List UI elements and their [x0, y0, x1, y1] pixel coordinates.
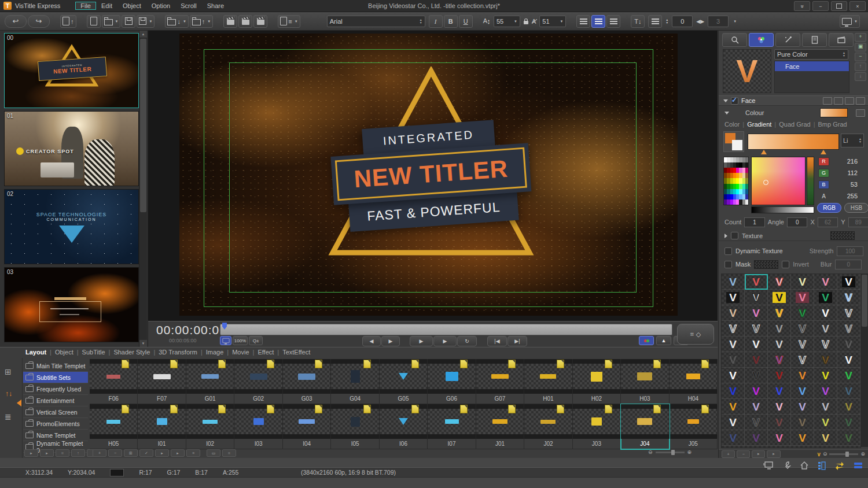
template-monitor-button[interactable]: ▭	[207, 449, 220, 457]
style-swatch-33[interactable]: V	[791, 352, 814, 368]
palette-swatch[interactable]	[745, 168, 748, 173]
style-swatch-52[interactable]: V	[814, 399, 837, 415]
zoom-in-icon[interactable]: ⊕	[860, 451, 865, 457]
template-i03[interactable]: I03	[234, 404, 282, 449]
style-swatch-12[interactable]: V	[722, 305, 745, 321]
panel-tab-subtitle[interactable]: SubTitle	[82, 349, 105, 356]
brightness-slider[interactable]	[807, 157, 814, 205]
style-swatch-54[interactable]: V	[722, 415, 745, 430]
style-swatch-11[interactable]: V	[837, 290, 860, 305]
texture-checkbox[interactable]	[731, 232, 738, 239]
second-size-select[interactable]: 51 ▼	[539, 16, 566, 27]
home-icon[interactable]	[800, 461, 809, 470]
tracking-input[interactable]: 0	[672, 16, 693, 27]
style-swatch-55[interactable]: V	[745, 415, 768, 430]
layer-type-select[interactable]: Pure Color ▲▼	[774, 49, 848, 60]
style-swatch-34[interactable]: V	[814, 352, 837, 368]
lock-icon[interactable]	[524, 21, 528, 24]
strike-size-icon[interactable]: A	[532, 18, 536, 25]
gradient-tab-gradient[interactable]: Gradient	[747, 121, 771, 128]
style-swatch-30[interactable]: V	[722, 352, 745, 368]
style-swatch-1[interactable]: V	[745, 274, 768, 290]
package-import-button[interactable]: ↓▼	[165, 15, 188, 28]
palette-swatch[interactable]	[745, 178, 748, 183]
seek-bar[interactable]	[220, 324, 672, 335]
line-spacing-icon[interactable]: ▲▼	[665, 19, 668, 24]
vertical-text-button[interactable]: T↓	[631, 15, 645, 28]
strength-input[interactable]: 100	[837, 246, 863, 256]
expand-arrow-icon[interactable]	[724, 234, 727, 238]
template-g05[interactable]: G05	[380, 359, 428, 404]
reset-style-icon[interactable]	[845, 97, 854, 105]
scrollbar-thumb[interactable]	[862, 275, 867, 327]
template-add-button[interactable]: +	[93, 449, 106, 457]
style-swatch-18[interactable]: V	[722, 321, 745, 337]
tab-search[interactable]	[722, 33, 747, 47]
underline-button[interactable]: U	[459, 15, 473, 28]
template-h01[interactable]: H01	[524, 359, 572, 404]
category-frequently-used[interactable]: Frequently Used	[23, 383, 88, 395]
style-swatch-57[interactable]: V	[791, 415, 814, 430]
title-emblem[interactable]: INTEGRATED NEW TITLER FAST & POWERFUL	[315, 56, 547, 299]
copy-style-icon[interactable]	[823, 97, 832, 105]
palette-swatch[interactable]	[745, 184, 748, 189]
gradient-type-select[interactable]: Li ▲▼	[841, 134, 864, 147]
y-input[interactable]: 89	[848, 217, 868, 227]
gradient-tab-quad-grad[interactable]: Quad Grad	[779, 121, 810, 128]
panel-tab-3d-transform[interactable]: 3D Transform	[159, 349, 197, 356]
capture-keyframe-button[interactable]: ⌗◇	[677, 324, 714, 345]
channel-value-b[interactable]: 53	[851, 181, 865, 188]
style-swatch-50[interactable]: V	[768, 399, 791, 415]
template-i01[interactable]: I01	[138, 404, 186, 449]
x-input[interactable]: 62	[818, 217, 838, 227]
panel-tab-object[interactable]: Object	[55, 349, 73, 356]
restore-button[interactable]	[831, 1, 847, 11]
next-frame-button[interactable]: ▶	[381, 336, 400, 346]
style-swatch-32[interactable]: V	[768, 352, 791, 368]
style-swatch-60[interactable]: V	[722, 430, 745, 446]
style-swatch-37[interactable]: V	[745, 368, 768, 383]
template-j01[interactable]: J01	[476, 404, 524, 449]
alpha-view-button[interactable]: ▲	[656, 336, 671, 345]
style-swatch-41[interactable]: V	[837, 368, 860, 383]
loop-button[interactable]: ↻	[457, 336, 477, 346]
style-swatch-20[interactable]: V	[768, 321, 791, 337]
style-swatch-24[interactable]: V	[722, 337, 745, 352]
gradient-stop[interactable]	[821, 150, 826, 154]
mask-checkbox[interactable]	[724, 261, 732, 268]
category-vertical-screen[interactable]: Vertical Screen	[23, 406, 88, 418]
tab-effects[interactable]	[775, 33, 800, 47]
category-action-button[interactable]: ▸	[40, 449, 54, 457]
style-swatch-59[interactable]: V	[837, 415, 860, 430]
palette-swatch[interactable]	[745, 194, 748, 199]
collapse-list-arrow[interactable]	[17, 400, 21, 406]
style-swatch-62[interactable]: V	[768, 430, 791, 446]
style-swatch-5[interactable]: V	[837, 274, 860, 290]
style-swatch-25[interactable]: V	[745, 337, 768, 352]
go-to-start-button[interactable]: |◀	[487, 336, 507, 346]
line-layout-button[interactable]	[648, 15, 662, 28]
style-swatch-27[interactable]: V	[791, 337, 814, 352]
gradient-ramp[interactable]	[748, 134, 839, 150]
scene-thumbnail-01[interactable]: 01 CREATOR SPOT	[4, 111, 139, 186]
monitor-output-button[interactable]: ▼	[840, 15, 860, 28]
style-swatch-53[interactable]: V	[837, 399, 860, 415]
category-action-button[interactable]: ↑	[71, 449, 85, 457]
template-action-button[interactable]: ▸	[171, 449, 185, 457]
zoom-out-icon[interactable]: ⊖	[648, 449, 653, 455]
face-section-header[interactable]: Face	[719, 95, 868, 106]
style-swatch-15[interactable]: V	[791, 305, 814, 321]
style-swatch-36[interactable]: V	[722, 368, 745, 383]
style-swatch-51[interactable]: V	[791, 399, 814, 415]
style-swatch-9[interactable]: V	[791, 290, 814, 305]
clapper-insert-button[interactable]	[238, 15, 252, 28]
layer-item-face[interactable]: Face	[775, 61, 849, 71]
blocks-icon[interactable]: ⊞	[5, 367, 12, 376]
template-apply-button[interactable]: ✓	[139, 449, 153, 457]
template-g03[interactable]: G03	[283, 359, 331, 404]
style-swatch-23[interactable]: V	[837, 321, 860, 337]
category-subtitle-sets[interactable]: Subtitle Sets	[23, 372, 88, 383]
menu-file[interactable]: File	[75, 2, 96, 10]
style-swatch-46[interactable]: V	[814, 383, 837, 399]
style-swatch-10[interactable]: V	[814, 290, 837, 305]
